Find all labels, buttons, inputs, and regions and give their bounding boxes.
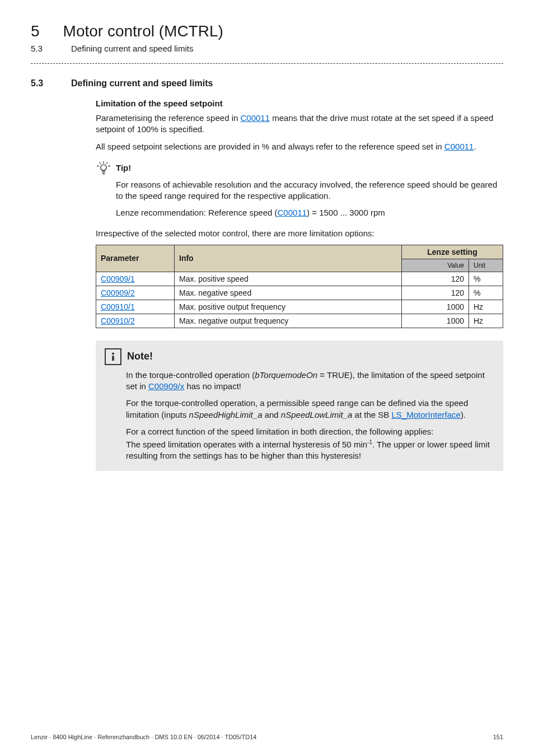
note-label: Note! bbox=[127, 351, 153, 362]
cell-info: Max. positive output frequency bbox=[175, 300, 402, 314]
parameter-table: Parameter Info Lenze setting Value Unit … bbox=[96, 245, 503, 328]
note-paragraph: The speed limitation operates with a int… bbox=[126, 438, 494, 462]
svg-rect-2 bbox=[112, 356, 114, 361]
col-parameter: Parameter bbox=[96, 245, 175, 272]
chapter-number: 5 bbox=[31, 22, 40, 40]
cell-info: Max. positive speed bbox=[175, 272, 402, 286]
cell-value: 120 bbox=[402, 286, 469, 300]
text: at the SB bbox=[352, 410, 391, 419]
footer-left: Lenze · 8400 HighLine · Referenzhandbuch… bbox=[31, 734, 256, 740]
table-intro: Irrespective of the selected motor contr… bbox=[96, 228, 503, 239]
col-lenze-setting: Lenze setting bbox=[402, 245, 503, 259]
table-row: C00910/2 Max. negative output frequency … bbox=[96, 314, 503, 328]
lightbulb-icon bbox=[96, 160, 111, 176]
text: ). bbox=[461, 410, 466, 419]
link-param[interactable]: C00910/1 bbox=[101, 302, 135, 311]
section-title: Defining current and speed limits bbox=[71, 78, 213, 88]
text: and bbox=[262, 410, 280, 419]
text: has no impact! bbox=[184, 381, 241, 391]
cell-value: 120 bbox=[402, 272, 469, 286]
section-number: 5.3 bbox=[31, 78, 48, 88]
cell-unit: Hz bbox=[469, 300, 503, 314]
table-row: C00909/1 Max. positive speed 120 % bbox=[96, 272, 503, 286]
note-box: Note! In the torque-controlled operation… bbox=[96, 340, 503, 471]
link-ls-motorinterface[interactable]: LS_MotorInterface bbox=[391, 410, 460, 419]
link-c00011[interactable]: C00011 bbox=[278, 208, 307, 217]
col-unit: Unit bbox=[469, 259, 503, 272]
divider bbox=[31, 63, 503, 64]
paragraph: Parameterising the reference speed in C0… bbox=[96, 113, 503, 136]
note-paragraph: For a correct function of the speed limi… bbox=[126, 426, 494, 437]
link-c00011[interactable]: C00011 bbox=[240, 113, 270, 123]
table-row: C00909/2 Max. negative speed 120 % bbox=[96, 286, 503, 300]
tip-text: For reasons of achievable resolution and… bbox=[116, 179, 503, 202]
link-param[interactable]: C00910/2 bbox=[101, 316, 135, 325]
chapter-title: Motor control (MCTRL) bbox=[63, 22, 223, 40]
cell-unit: % bbox=[469, 286, 503, 300]
col-value: Value bbox=[402, 259, 469, 272]
link-c00011[interactable]: C00011 bbox=[444, 142, 474, 151]
paragraph: All speed setpoint selections are provid… bbox=[96, 141, 503, 152]
variable: nSpeedLowLimit_a bbox=[281, 410, 353, 419]
tip-text: Lenze recommendation: Reference speed (C… bbox=[116, 207, 503, 218]
text: Parameterising the reference speed in bbox=[96, 113, 240, 123]
link-c00909x[interactable]: C00909/x bbox=[148, 381, 184, 391]
svg-point-1 bbox=[112, 352, 114, 354]
col-info: Info bbox=[175, 245, 402, 272]
subchapter-number: 5.3 bbox=[31, 44, 48, 53]
info-icon bbox=[105, 348, 121, 365]
text: ) = 1500 ... 3000 rpm bbox=[307, 208, 385, 217]
table-row: C00910/1 Max. positive output frequency … bbox=[96, 300, 503, 314]
text: All speed setpoint selections are provid… bbox=[96, 142, 444, 151]
svg-point-0 bbox=[101, 165, 107, 171]
tip-label: Tip! bbox=[116, 163, 131, 172]
variable: nSpeedHighLimit_a bbox=[189, 410, 263, 419]
cell-unit: % bbox=[469, 272, 503, 286]
cell-unit: Hz bbox=[469, 314, 503, 328]
link-param[interactable]: C00909/1 bbox=[101, 274, 135, 283]
text: In the torque-controlled operation ( bbox=[126, 370, 255, 380]
subchapter-title: Defining current and speed limits bbox=[71, 44, 193, 53]
note-paragraph: For the torque-controlled operation, a p… bbox=[126, 398, 494, 421]
cell-value: 1000 bbox=[402, 300, 469, 314]
superscript: -1 bbox=[367, 439, 372, 445]
link-param[interactable]: C00909/2 bbox=[101, 288, 135, 297]
variable: bTorquemodeOn bbox=[255, 370, 317, 380]
text: The speed limitation operates with a int… bbox=[126, 440, 367, 449]
cell-info: Max. negative speed bbox=[175, 286, 402, 300]
page-number: 151 bbox=[493, 734, 503, 740]
text: Lenze recommendation: Reference speed ( bbox=[116, 208, 278, 217]
cell-info: Max. negative output frequency bbox=[175, 314, 402, 328]
subheading: Limitation of the speed setpoint bbox=[96, 99, 503, 108]
note-paragraph: In the torque-controlled operation (bTor… bbox=[126, 370, 494, 393]
text: . bbox=[474, 142, 476, 151]
cell-value: 1000 bbox=[402, 314, 469, 328]
